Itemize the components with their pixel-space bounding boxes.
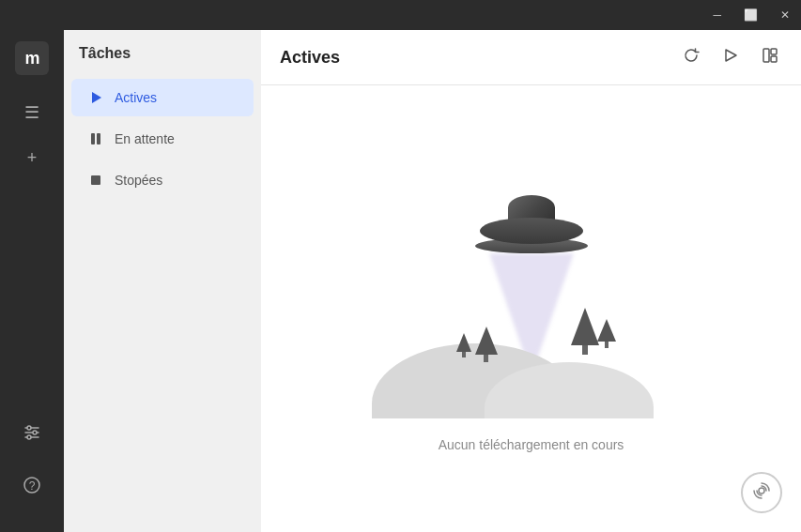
main-content: Actives <box>261 30 801 532</box>
help-icon: ? <box>23 476 41 499</box>
svg-text:?: ? <box>29 479 36 492</box>
content-header: Actives <box>261 30 801 85</box>
logo[interactable]: m <box>15 41 49 75</box>
svg-marker-8 <box>92 92 101 103</box>
stop-icon <box>86 171 105 190</box>
svg-point-3 <box>27 426 31 430</box>
refresh-icon <box>683 47 700 68</box>
help-button[interactable]: ? <box>13 468 51 506</box>
minimize-button[interactable]: ─ <box>709 6 725 24</box>
maximize-button[interactable]: ⬜ <box>740 6 762 24</box>
add-icon: + <box>27 148 38 168</box>
svg-point-4 <box>33 431 37 434</box>
play-all-button[interactable] <box>718 43 743 71</box>
empty-state: Aucun téléchargement en cours <box>261 85 801 532</box>
svg-rect-13 <box>763 49 769 62</box>
tree-trunk-4 <box>582 345 588 355</box>
content-title: Actives <box>280 48 340 68</box>
close-button[interactable]: ✕ <box>777 6 793 24</box>
sidebar-bottom: ? <box>13 416 51 521</box>
svg-point-16 <box>759 488 764 494</box>
tree-4 <box>571 308 599 355</box>
sidebar-title: Tâches <box>64 45 261 77</box>
titlebar: ─ ⬜ ✕ <box>0 0 801 30</box>
refresh-button[interactable] <box>679 43 703 71</box>
tree-2 <box>475 327 498 362</box>
tree-top-4 <box>571 308 599 345</box>
tree-trunk-1 <box>462 352 466 357</box>
svg-rect-9 <box>91 133 95 144</box>
pause-icon <box>86 129 105 148</box>
svg-point-5 <box>27 435 31 439</box>
ufo-dome <box>508 195 555 220</box>
titlebar-controls: ─ ⬜ ✕ <box>709 6 793 24</box>
settings-icon <box>23 423 41 447</box>
ufo-body <box>480 218 583 244</box>
fab-button[interactable] <box>741 472 782 513</box>
menu-icon: ☰ <box>24 102 39 123</box>
sidebar-item-stopees[interactable]: Stopées <box>71 161 254 199</box>
fab-icon <box>752 481 771 505</box>
ground <box>391 343 672 418</box>
sidebar-narrow: m ☰ + <box>0 30 64 532</box>
logo-icon: m <box>24 49 39 68</box>
svg-rect-15 <box>771 56 777 62</box>
layout-button[interactable] <box>758 43 782 71</box>
svg-rect-14 <box>771 49 777 54</box>
illustration <box>391 165 672 447</box>
tree-3 <box>597 319 616 348</box>
nav-label-actives: Actives <box>115 90 157 105</box>
tree-trunk-2 <box>484 355 488 362</box>
sidebar-item-actives[interactable]: Actives <box>71 79 254 116</box>
play-all-icon <box>722 47 739 68</box>
tree-trunk-3 <box>605 342 608 348</box>
tree-top-2 <box>475 327 498 355</box>
tree-top-1 <box>456 333 471 352</box>
settings-button[interactable] <box>13 416 51 453</box>
sidebar-wide: Tâches Actives En attente <box>64 30 261 532</box>
play-icon <box>86 88 105 107</box>
svg-rect-10 <box>97 133 100 144</box>
nav-label-en-attente: En attente <box>115 131 175 146</box>
layout-icon <box>762 47 778 68</box>
tree-top-3 <box>597 319 616 342</box>
tree-1 <box>456 333 471 357</box>
sidebar-item-en-attente[interactable]: En attente <box>71 120 254 158</box>
svg-rect-11 <box>91 175 100 185</box>
svg-marker-12 <box>726 50 736 61</box>
menu-button[interactable]: ☰ <box>13 94 51 131</box>
app-body: m ☰ + <box>0 30 801 532</box>
ufo-scene <box>391 165 672 447</box>
add-button[interactable]: + <box>13 139 51 176</box>
header-actions <box>679 43 782 71</box>
nav-label-stopees: Stopées <box>115 173 162 188</box>
